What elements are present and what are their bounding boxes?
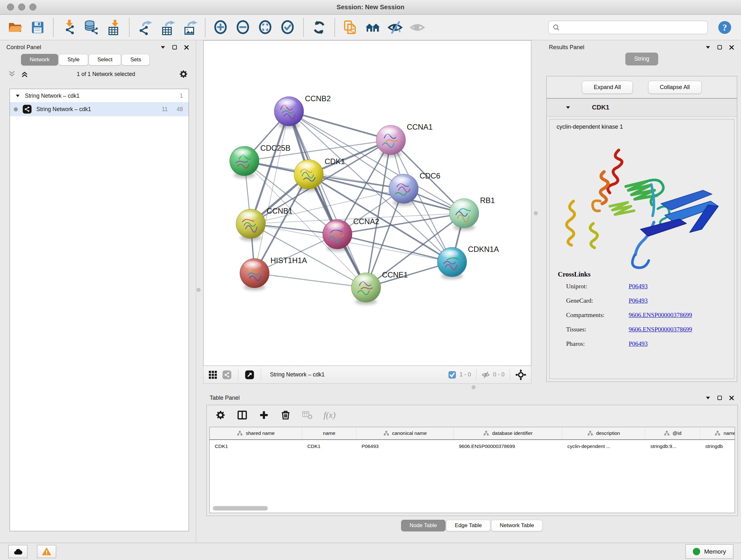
import-table-icon[interactable] — [105, 18, 123, 37]
collapse-all-button[interactable]: Collapse All — [648, 81, 702, 94]
hide-panel-icon[interactable] — [386, 18, 404, 37]
table-cell[interactable]: 9606.ENSP00000378699 — [454, 440, 562, 453]
column-header-shared-name[interactable]: shared name — [210, 427, 302, 439]
close-window-icon[interactable] — [7, 3, 14, 10]
tab-sets[interactable]: Sets — [122, 54, 150, 65]
network-graph[interactable]: CCNB2 CCNA1 CDC25B CDK1 CDC6 — [204, 41, 531, 366]
float-panel-icon[interactable] — [717, 44, 723, 51]
zoom-in-icon[interactable] — [212, 18, 230, 37]
crosslink-link[interactable]: 9606.ENSP00000378699 — [629, 326, 731, 333]
search-box[interactable] — [548, 21, 708, 34]
node-CCNE1[interactable]: CCNE1 — [351, 270, 408, 305]
close-panel-icon[interactable] — [729, 44, 735, 51]
export-table-icon[interactable] — [158, 18, 176, 37]
grid-view-icon[interactable] — [208, 370, 218, 380]
import-network-icon[interactable] — [60, 18, 78, 37]
triangle-down-icon[interactable] — [565, 105, 571, 111]
float-panel-icon[interactable] — [172, 44, 178, 51]
column-header--id[interactable]: @id — [645, 427, 700, 439]
warnings-button[interactable] — [37, 545, 56, 558]
crosslink-link[interactable]: 9606.ENSP00000378699 — [629, 312, 731, 319]
close-panel-icon[interactable] — [184, 44, 190, 51]
node-CDK1[interactable]: CDK1 — [294, 157, 345, 192]
export-image-icon[interactable] — [181, 18, 199, 37]
table-cell[interactable]: stringdb:9... — [645, 440, 700, 453]
network-icon — [22, 105, 32, 114]
zoom-out-icon[interactable] — [234, 18, 252, 37]
export-network-icon[interactable] — [136, 18, 154, 37]
table-settings-icon[interactable] — [215, 410, 226, 421]
cloud-status-button[interactable] — [8, 545, 27, 558]
protein-section-header[interactable]: CDK1 — [547, 99, 737, 117]
table-cell[interactable]: P06493 — [356, 440, 454, 453]
expand-all-icon[interactable] — [20, 70, 29, 78]
home-icon[interactable] — [364, 18, 382, 37]
edge-CDK1-RB1[interactable] — [309, 174, 464, 213]
close-panel-icon[interactable] — [729, 395, 735, 401]
node-CCNA1[interactable]: CCNA1 — [376, 123, 433, 157]
tab-network-table[interactable]: Network Table — [491, 520, 542, 531]
import-database-icon[interactable] — [82, 18, 100, 37]
column-header-name[interactable]: name — [302, 427, 356, 439]
tab-network[interactable]: Network — [21, 54, 58, 65]
search-input[interactable] — [562, 24, 704, 30]
zoom-fit-icon[interactable] — [257, 18, 274, 37]
edge-HIST1H1A-CCNE1[interactable] — [255, 273, 366, 288]
hidden-elements-icon[interactable] — [482, 371, 490, 379]
memory-button[interactable]: Memory — [685, 544, 733, 559]
node-RB1[interactable]: RB1 — [449, 196, 495, 231]
collapse-all-icon[interactable] — [8, 70, 16, 78]
table-cell[interactable]: CDK1 — [302, 440, 356, 453]
expand-all-button[interactable]: Expand All — [582, 81, 632, 94]
tab-edge-table[interactable]: Edge Table — [446, 520, 490, 531]
table-row[interactable]: CDK1CDK1P064939606.ENSP00000378699cyclin… — [210, 440, 735, 453]
node-table[interactable]: shared namenamecanonical namedatabase id… — [209, 427, 735, 513]
show-columns-icon[interactable] — [237, 410, 248, 421]
minimize-window-icon[interactable] — [18, 3, 25, 10]
maximize-window-icon[interactable] — [29, 3, 37, 10]
edge-CCNA2-CDKN1A[interactable] — [337, 234, 452, 262]
panel-menu-icon[interactable] — [705, 44, 711, 51]
refresh-layout-icon[interactable] — [310, 18, 328, 37]
tab-node-table[interactable]: Node Table — [401, 520, 446, 531]
network-view-icon[interactable] — [222, 370, 232, 380]
network-collection-row[interactable]: String Network – cdk1 1 — [10, 89, 189, 102]
network-canvas[interactable]: CCNB2 CCNA1 CDC25B CDK1 CDC6 — [203, 40, 531, 366]
tab-style[interactable]: Style — [59, 54, 88, 65]
copy-icon[interactable] — [341, 18, 359, 37]
float-panel-icon[interactable] — [717, 395, 723, 401]
selected-checkbox-icon[interactable] — [448, 371, 456, 379]
column-header-canonical-name[interactable]: canonical name — [356, 427, 454, 439]
help-button[interactable]: ? — [718, 20, 732, 35]
tab-select[interactable]: Select — [89, 54, 121, 65]
gear-icon[interactable] — [179, 69, 188, 79]
birdseye-view-icon[interactable] — [245, 370, 254, 380]
right-splitter-handle[interactable] — [534, 211, 538, 215]
column-header-database-identifier[interactable]: database identifier — [454, 427, 562, 439]
crosslink-link[interactable]: P06493 — [629, 283, 731, 290]
horizontal-splitter-handle[interactable] — [472, 385, 475, 389]
node-HIST1H1A[interactable]: HIST1H1A — [240, 256, 307, 291]
fit-selection-icon[interactable] — [515, 369, 527, 381]
network-row-selected[interactable]: String Network – cdk1 11 48 — [10, 102, 189, 116]
table-cell[interactable]: CDK1 — [210, 440, 302, 453]
open-icon[interactable] — [6, 18, 24, 37]
triangle-down-icon[interactable] — [15, 93, 20, 99]
column-header-namespace[interactable]: namespace — [700, 427, 735, 439]
add-column-icon[interactable] — [259, 410, 269, 421]
panel-menu-icon[interactable] — [705, 395, 711, 401]
table-cell[interactable]: stringdb — [700, 440, 735, 453]
tab-string[interactable]: String — [625, 53, 658, 65]
delete-column-icon[interactable] — [280, 410, 291, 421]
crosslink-link[interactable]: P06493 — [629, 297, 731, 304]
horizontal-scrollbar[interactable] — [213, 506, 268, 510]
left-splitter-handle[interactable] — [197, 288, 200, 292]
table-cell[interactable]: cyclin-dependent ... — [562, 440, 645, 453]
zoom-selected-icon[interactable] — [279, 18, 297, 37]
save-icon[interactable] — [29, 18, 47, 37]
panel-menu-icon[interactable] — [160, 44, 166, 51]
column-header-description[interactable]: description — [562, 427, 645, 439]
crosslink-link[interactable]: P06493 — [629, 340, 731, 348]
node-CDKN1A[interactable]: CDKN1A — [437, 245, 499, 279]
window-traffic-lights[interactable] — [7, 3, 37, 10]
